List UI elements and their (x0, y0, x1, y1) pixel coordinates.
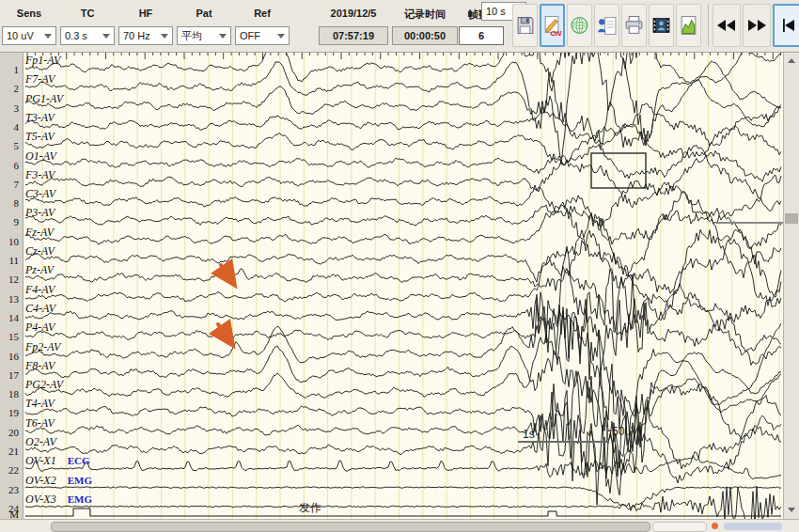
video-button[interactable] (649, 4, 674, 47)
eeg-trace (25, 214, 781, 297)
eeg-plot-canvas[interactable] (0, 52, 799, 519)
eeg-trace (25, 269, 781, 366)
chevron-down-icon (219, 34, 227, 39)
channel-number: 8 (14, 197, 20, 209)
pencil-page-icon: ON (542, 13, 562, 38)
date-time-column: 2019/12/5 07:57:19 (319, 0, 388, 52)
recording-time-display: 00:00:50 (392, 26, 458, 45)
annotate-button[interactable]: ON (540, 4, 565, 47)
vertical-scrollbar-thumb[interactable] (785, 213, 798, 224)
horizontal-scrollbar-thumb[interactable] (51, 522, 650, 532)
patient-info-button[interactable] (594, 4, 619, 47)
horizontal-scrollbar[interactable] (0, 519, 799, 532)
eeg-trace (25, 205, 781, 278)
param-label: TC (60, 8, 115, 19)
chevron-down-icon (277, 34, 285, 39)
channel-number: 18 (8, 388, 19, 399)
channel-number: 12 (8, 274, 19, 285)
param-value: OFF (240, 30, 260, 41)
param-column-pat: Pat平均 (177, 0, 231, 52)
toolbar-separator (708, 4, 709, 47)
eeg-trace (25, 306, 781, 495)
channel-number: 6 (14, 160, 20, 171)
channel-number: 21 (8, 446, 19, 457)
eeg-trace (25, 52, 781, 164)
param-value: 平均 (181, 29, 202, 43)
date-label: 2019/12/5 (319, 8, 388, 19)
channel-number: 3 (14, 102, 20, 114)
position-marker-icon (712, 523, 718, 529)
print-button[interactable] (621, 4, 647, 47)
channel-number: 13 (8, 293, 19, 305)
eeg-view: 123456789101112131415161718192021222324M… (0, 52, 799, 519)
eeg-trace (25, 412, 781, 505)
fast-forward-icon (747, 19, 766, 32)
eeg-trace (25, 52, 781, 149)
param-column-hf: HF70 Hz (118, 0, 173, 52)
param-select-hf[interactable]: 70 Hz (118, 26, 173, 45)
param-label: Ref (235, 8, 290, 19)
current-time-display: 07:57:19 (319, 26, 388, 45)
mini-progress-widget[interactable] (724, 523, 782, 530)
go-to-start-icon (777, 19, 796, 32)
vertical-scrollbar[interactable] (783, 52, 799, 519)
param-select-sens[interactable]: 10 uV (2, 26, 56, 45)
seizure-event-label: 发作 (299, 500, 321, 516)
param-label: Sens (2, 8, 56, 19)
scroll-up-button[interactable] (784, 54, 799, 68)
floppy-disk-icon (515, 13, 535, 38)
trend-button[interactable] (676, 4, 701, 47)
chevron-down-icon (788, 508, 795, 512)
scale-amp-label: 50uV (612, 425, 638, 438)
channel-number: 4 (14, 121, 20, 133)
go-to-start-button[interactable] (773, 4, 799, 47)
channel-number: 9 (14, 216, 20, 227)
chevron-up-icon (788, 58, 795, 63)
chevron-down-icon (161, 34, 168, 39)
eeg-trace (25, 486, 781, 519)
frame-count-display: 6 (459, 26, 504, 45)
eeg-review-window: Sens10 uVTC0.3 sHF70 HzPat平均RefOFF 2019/… (0, 0, 799, 532)
channel-number: 15 (8, 331, 19, 342)
scrollbar-end-piece[interactable] (652, 522, 707, 532)
chevron-down-icon (102, 34, 110, 39)
fast-forward-button[interactable] (743, 4, 771, 47)
param-label: Pat (177, 8, 231, 19)
recording-time-column: 记录时间 00:00:50 (392, 0, 458, 52)
scale-time-label: 1s (523, 428, 535, 441)
channel-number: 5 (14, 140, 20, 151)
rewind-icon (717, 19, 736, 32)
channel-number: 14 (8, 312, 19, 323)
chevron-down-icon (44, 34, 52, 39)
param-value: 70 Hz (123, 30, 150, 41)
channel-number: 23 (8, 484, 19, 495)
channel-number: 20 (8, 427, 19, 438)
save-button[interactable] (512, 4, 538, 47)
recording-time-label: 记录时间 (392, 8, 458, 22)
eeg-trace (25, 259, 781, 336)
channel-number: 11 (8, 255, 19, 266)
svg-text:ON: ON (550, 29, 561, 38)
eeg-trace (25, 298, 781, 380)
globe-grid-icon (570, 13, 589, 38)
param-column-tc: TC0.3 s (60, 0, 115, 52)
eeg-trace (25, 364, 781, 466)
param-select-ref[interactable]: OFF (235, 26, 290, 45)
param-label: HF (118, 8, 173, 19)
film-person-icon (651, 13, 671, 38)
channel-number: 19 (8, 407, 19, 418)
rewind-button[interactable] (713, 4, 741, 47)
eeg-trace (25, 335, 781, 469)
printer-icon (624, 13, 644, 38)
param-select-tc[interactable]: 0.3 s (60, 26, 115, 45)
page-duration-value: 10 s (486, 6, 506, 17)
channel-number: 1 (14, 64, 20, 75)
channel-number-gutter: 123456789101112131415161718192021222324M (0, 52, 24, 519)
channel-number: 16 (8, 351, 19, 362)
person-notes-icon (597, 13, 617, 38)
scroll-down-button[interactable] (784, 503, 799, 517)
montage-map-button[interactable] (567, 4, 592, 47)
channel-number: 17 (8, 369, 19, 381)
param-select-pat[interactable]: 平均 (177, 26, 231, 45)
param-column-sens: Sens10 uV (2, 0, 56, 52)
